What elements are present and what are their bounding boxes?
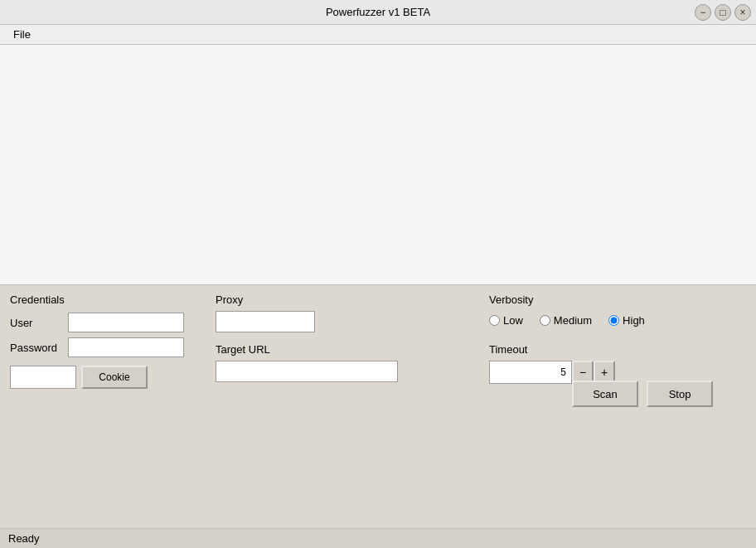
user-label: User	[10, 317, 68, 329]
cookie-row: Cookie	[10, 366, 184, 389]
cookie-input[interactable]	[10, 366, 76, 389]
verbosity-low[interactable]: Low	[489, 314, 523, 327]
window-controls: − □ ×	[695, 4, 751, 21]
verbosity-high[interactable]: High	[608, 314, 645, 327]
password-row: Password	[10, 337, 184, 357]
proxy-input[interactable]	[216, 311, 315, 332]
menu-bar: File	[0, 25, 756, 45]
timeout-input[interactable]	[489, 361, 572, 384]
verbosity-high-label: High	[623, 314, 645, 327]
bottom-panel: Credentials User Password Cookie Proxy T…	[0, 285, 756, 542]
verbosity-label: Verbosity	[489, 293, 645, 306]
maximize-button[interactable]: □	[715, 4, 731, 21]
credentials-section: Credentials User Password Cookie	[10, 293, 184, 394]
timeout-section: Timeout − +	[489, 343, 615, 384]
verbosity-medium-radio[interactable]	[540, 315, 550, 326]
target-url-section: Target URL	[216, 343, 398, 382]
status-bar: Ready	[0, 528, 756, 548]
credentials-label: Credentials	[10, 293, 184, 306]
verbosity-options: Low Medium High	[489, 314, 645, 327]
close-button[interactable]: ×	[734, 4, 751, 21]
user-input[interactable]	[68, 313, 184, 332]
timeout-label: Timeout	[489, 343, 615, 356]
verbosity-high-radio[interactable]	[608, 315, 619, 326]
verbosity-low-label: Low	[503, 314, 523, 327]
verbosity-medium[interactable]: Medium	[540, 314, 592, 327]
stop-button[interactable]: Stop	[647, 381, 713, 407]
target-url-label: Target URL	[216, 343, 398, 356]
proxy-section: Proxy	[216, 293, 315, 332]
scan-button[interactable]: Scan	[572, 381, 638, 407]
main-output-area	[0, 45, 756, 285]
proxy-label: Proxy	[216, 293, 315, 306]
verbosity-section: Verbosity Low Medium High	[489, 293, 645, 327]
user-row: User	[10, 313, 184, 332]
password-input[interactable]	[68, 337, 184, 357]
status-text: Ready	[8, 532, 40, 545]
target-url-input[interactable]	[216, 361, 398, 382]
password-label: Password	[10, 342, 68, 354]
title-bar: Powerfuzzer v1 BETA − □ ×	[0, 0, 756, 25]
app-title: Powerfuzzer v1 BETA	[326, 6, 430, 18]
minimize-button[interactable]: −	[695, 4, 711, 21]
cookie-button[interactable]: Cookie	[81, 366, 148, 389]
action-buttons: Scan Stop	[572, 381, 713, 407]
verbosity-medium-label: Medium	[554, 314, 592, 327]
menu-file[interactable]: File	[7, 27, 37, 42]
verbosity-low-radio[interactable]	[489, 315, 500, 326]
